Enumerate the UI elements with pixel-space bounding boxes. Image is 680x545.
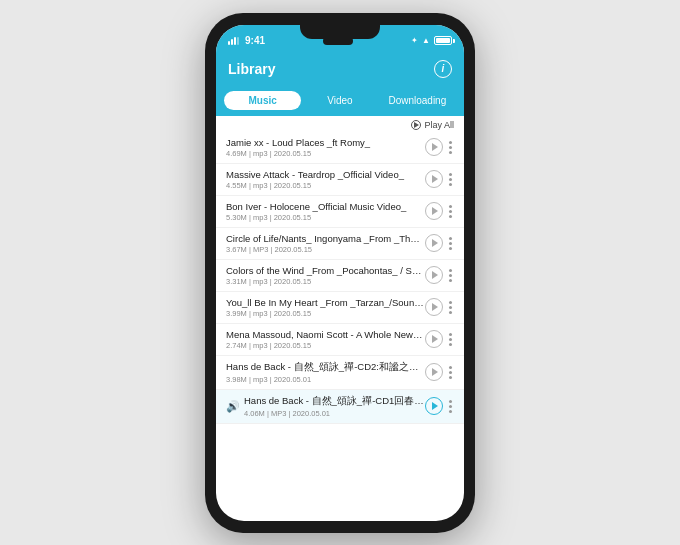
list-item[interactable]: Hans de Back - 自然_頌詠_禪-CD2:和謐之夜 -... 3.9…: [216, 356, 464, 390]
dot: [449, 205, 452, 208]
song-controls: [425, 363, 456, 381]
song-play-button[interactable]: [425, 363, 443, 381]
list-item[interactable]: Circle of Life/Nants_ Ingonyama _From _T…: [216, 228, 464, 260]
song-meta: 2.74M | mp3 | 2020.05.15: [226, 341, 425, 350]
song-more-button[interactable]: [445, 267, 456, 284]
song-info: Mena Massoud, Naomi Scott - A Whole New …: [226, 329, 425, 350]
song-list: Jamie xx - Loud Places _ft Romy_ 4.69M |…: [216, 132, 464, 521]
song-title: Colors of the Wind _From _Pocahontas_ / …: [226, 265, 425, 276]
song-controls: [425, 170, 456, 188]
dot: [449, 274, 452, 277]
dot: [449, 376, 452, 379]
song-controls: [425, 266, 456, 284]
song-more-button[interactable]: [445, 364, 456, 381]
song-play-button[interactable]: [425, 170, 443, 188]
tab-video[interactable]: Video: [301, 91, 378, 110]
dot: [449, 301, 452, 304]
tab-downloading[interactable]: Downloading: [379, 91, 456, 110]
song-play-button[interactable]: [425, 138, 443, 156]
song-title: You_ll Be In My Heart _From _Tarzan_/Sou…: [226, 297, 425, 308]
signal-bars: [228, 37, 239, 45]
song-more-button[interactable]: [445, 139, 456, 156]
song-more-button[interactable]: [445, 398, 456, 415]
list-item[interactable]: 🔊 Hans de Back - 自然_頌詠_禪-CD1回春之... 4.06M…: [216, 390, 464, 424]
signal-bar-3: [234, 37, 236, 45]
song-meta: 3.67M | MP3 | 2020.05.15: [226, 245, 425, 254]
header-title: Library: [228, 61, 275, 77]
dot: [449, 269, 452, 272]
song-more-button[interactable]: [445, 235, 456, 252]
song-title: Circle of Life/Nants_ Ingonyama _From _T…: [226, 233, 425, 244]
dot: [449, 237, 452, 240]
dot: [449, 279, 452, 282]
dot: [449, 371, 452, 374]
song-title: Jamie xx - Loud Places _ft Romy_: [226, 137, 425, 148]
song-info: Colors of the Wind _From _Pocahontas_ / …: [226, 265, 425, 286]
list-item[interactable]: Bon Iver - Holocene _Official Music Vide…: [216, 196, 464, 228]
list-item[interactable]: Jamie xx - Loud Places _ft Romy_ 4.69M |…: [216, 132, 464, 164]
song-more-button[interactable]: [445, 203, 456, 220]
song-controls: [425, 138, 456, 156]
dot: [449, 146, 452, 149]
tab-bar: Music Video Downloading: [216, 85, 464, 116]
song-controls: [425, 397, 456, 415]
song-meta: 3.31M | mp3 | 2020.05.15: [226, 277, 425, 286]
song-play-button[interactable]: [425, 298, 443, 316]
dot: [449, 366, 452, 369]
dot: [449, 405, 452, 408]
phone-frame: 9:41 ✦ ▲ Library i Music Video: [205, 13, 475, 533]
song-controls: [425, 298, 456, 316]
phone-screen: 9:41 ✦ ▲ Library i Music Video: [216, 25, 464, 521]
speaker-icon: 🔊: [226, 399, 240, 413]
dot: [449, 410, 452, 413]
song-controls: [425, 202, 456, 220]
song-controls: [425, 234, 456, 252]
dot: [449, 306, 452, 309]
song-play-button[interactable]: [425, 234, 443, 252]
dot: [449, 173, 452, 176]
song-meta: 5.30M | mp3 | 2020.05.15: [226, 213, 425, 222]
list-item[interactable]: Massive Attack - Teardrop _Official Vide…: [216, 164, 464, 196]
song-meta: 4.69M | mp3 | 2020.05.15: [226, 149, 425, 158]
song-play-button[interactable]: [425, 397, 443, 415]
dot: [449, 333, 452, 336]
song-title: Hans de Back - 自然_頌詠_禪-CD2:和謐之夜 -...: [226, 361, 425, 374]
list-item[interactable]: You_ll Be In My Heart _From _Tarzan_/Sou…: [216, 292, 464, 324]
dot: [449, 178, 452, 181]
song-play-button[interactable]: [425, 266, 443, 284]
battery-indicator: [434, 36, 452, 45]
list-item[interactable]: Mena Massoud, Naomi Scott - A Whole New …: [216, 324, 464, 356]
dot: [449, 210, 452, 213]
battery-fill: [436, 38, 450, 43]
song-meta: 4.55M | mp3 | 2020.05.15: [226, 181, 425, 190]
dot: [449, 400, 452, 403]
song-more-button[interactable]: [445, 171, 456, 188]
play-all-button[interactable]: Play All: [411, 120, 454, 130]
bluetooth-icon: ✦: [411, 36, 418, 45]
song-meta: 3.98M | mp3 | 2020.05.01: [226, 375, 425, 384]
play-all-icon: [411, 120, 421, 130]
signal-bar-2: [231, 39, 233, 45]
song-title: Massive Attack - Teardrop _Official Vide…: [226, 169, 425, 180]
song-play-button[interactable]: [425, 330, 443, 348]
dot: [449, 338, 452, 341]
dot: [449, 183, 452, 186]
status-time: 9:41: [245, 35, 265, 46]
signal-bar-1: [228, 41, 230, 45]
song-title: Hans de Back - 自然_頌詠_禪-CD1回春之...: [244, 395, 425, 408]
song-controls: [425, 330, 456, 348]
song-info: You_ll Be In My Heart _From _Tarzan_/Sou…: [226, 297, 425, 318]
info-button[interactable]: i: [434, 60, 452, 78]
song-info: Hans de Back - 自然_頌詠_禪-CD1回春之... 4.06M |…: [244, 395, 425, 418]
list-item[interactable]: Colors of the Wind _From _Pocahontas_ / …: [216, 260, 464, 292]
song-more-button[interactable]: [445, 331, 456, 348]
song-more-button[interactable]: [445, 299, 456, 316]
dot: [449, 242, 452, 245]
dot: [449, 141, 452, 144]
song-info: Bon Iver - Holocene _Official Music Vide…: [226, 201, 425, 222]
song-meta: 4.06M | MP3 | 2020.05.01: [244, 409, 425, 418]
song-play-button[interactable]: [425, 202, 443, 220]
song-info: Circle of Life/Nants_ Ingonyama _From _T…: [226, 233, 425, 254]
dot: [449, 151, 452, 154]
tab-music[interactable]: Music: [224, 91, 301, 110]
